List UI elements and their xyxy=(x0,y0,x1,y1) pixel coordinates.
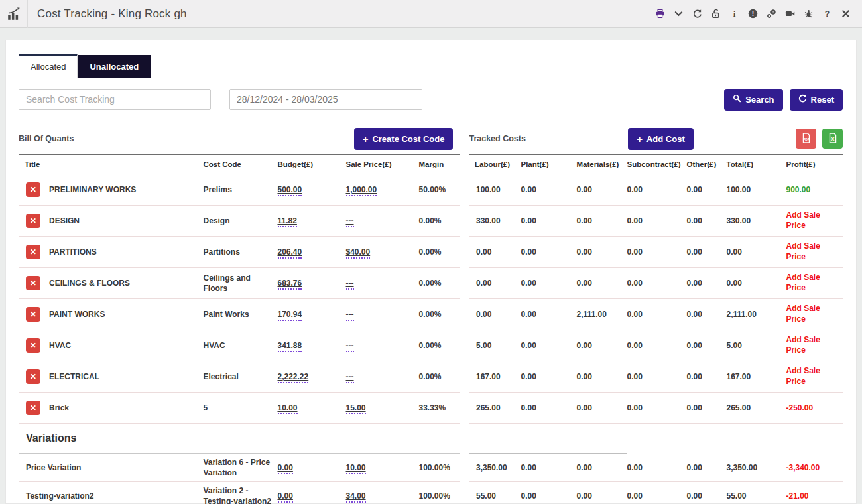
app-header: Cost Tracking - King Rock gh i!? xyxy=(0,0,862,28)
cost-code-cell: 5 xyxy=(204,393,278,424)
tables-area: TitleCost CodeBudget(£)Sale Price(£)Marg… xyxy=(19,154,843,504)
filter-row: Search Reset xyxy=(19,89,843,110)
tab-unallocated[interactable]: Unallocated xyxy=(78,55,151,78)
print-icon[interactable] xyxy=(654,8,666,19)
cost-value-cell: 3,350.00 xyxy=(469,454,521,482)
boq-row: ✕HVACHVAC341.88---0.00% xyxy=(19,330,460,361)
delete-cost-code-button[interactable]: ✕ xyxy=(26,276,40,290)
title-cell: ✕PARTITIONS xyxy=(19,237,204,268)
cost-value-cell: 0.00 xyxy=(627,482,687,504)
profit-cell: Add Sale Price xyxy=(786,361,843,393)
profit-cell: 900.00 xyxy=(786,185,811,194)
tab-allocated[interactable]: Allocated xyxy=(19,54,78,78)
add-sale-price-link[interactable]: Add Sale Price xyxy=(786,335,831,355)
svg-text:X: X xyxy=(831,136,834,142)
cost-value-cell: 0.00 xyxy=(627,454,687,482)
delete-cost-code-button[interactable]: ✕ xyxy=(26,401,40,415)
margin-cell: 0.00% xyxy=(419,299,460,330)
budget-editable[interactable]: 170.94 xyxy=(278,310,302,321)
bug-icon[interactable] xyxy=(803,8,814,19)
reset-button[interactable]: Reset xyxy=(790,89,843,111)
search-input[interactable] xyxy=(19,89,211,110)
sale-price-editable[interactable]: 34.00 xyxy=(346,491,366,503)
column-header: Labour(£) xyxy=(469,155,521,174)
cost-value-cell: 0.00 xyxy=(577,174,627,206)
cost-value-cell: 0.00 xyxy=(521,393,577,424)
add-sale-price-link[interactable]: Add Sale Price xyxy=(786,304,831,324)
add-sale-price-link[interactable]: Add Sale Price xyxy=(786,366,831,387)
budget-editable[interactable]: 0.00 xyxy=(278,463,293,474)
chevron-down-icon[interactable] xyxy=(673,8,684,19)
cost-value-cell: 0.00 xyxy=(687,393,727,424)
budget-cell: 10.00 xyxy=(278,393,346,424)
title-cell: Testing-variation2 xyxy=(19,482,204,504)
header-toolbar: i!? xyxy=(654,8,862,19)
budget-cell: 683.76 xyxy=(278,268,346,299)
title-cell: ✕PAINT WORKS xyxy=(19,299,204,330)
budget-editable[interactable]: 500.00 xyxy=(278,185,302,196)
boq-row: ✕PAINT WORKSPaint Works170.94---0.00% xyxy=(19,299,460,330)
sale-price-editable[interactable]: $40.00 xyxy=(346,247,371,259)
delete-cost-code-button[interactable]: ✕ xyxy=(26,245,40,259)
budget-editable[interactable]: 683.76 xyxy=(278,279,302,290)
column-header: Total(£) xyxy=(727,155,786,174)
cost-value-cell: 5.00 xyxy=(469,330,521,361)
sale-price-editable[interactable]: 1,000.00 xyxy=(346,185,377,196)
export-excel-button[interactable]: X xyxy=(822,129,843,149)
delete-cost-code-button[interactable]: ✕ xyxy=(26,214,40,228)
sale-price-cell: $40.00 xyxy=(346,237,419,268)
cost-value-cell: 0.00 xyxy=(521,361,577,393)
sale-price-editable[interactable]: --- xyxy=(346,310,354,321)
unlock-icon[interactable] xyxy=(710,8,721,19)
boq-row: ✕DESIGNDesign11.82---0.00% xyxy=(19,206,460,237)
sale-price-editable[interactable]: --- xyxy=(346,341,354,352)
profit-cell: -3,340.00 xyxy=(786,454,843,482)
profit-cell: 900.00 xyxy=(786,174,843,206)
sale-price-cell: --- xyxy=(346,268,419,299)
refresh-icon[interactable] xyxy=(692,8,703,19)
delete-cost-code-button[interactable]: ✕ xyxy=(26,182,40,197)
delete-cost-code-button[interactable]: ✕ xyxy=(26,307,40,322)
add-sale-price-link[interactable]: Add Sale Price xyxy=(786,273,831,293)
budget-editable[interactable]: 11.82 xyxy=(278,216,297,227)
create-cost-code-button[interactable]: + Create Cost Code xyxy=(354,128,454,150)
cost-value-cell: 0.00 xyxy=(687,237,727,268)
cost-value-cell: 0.00 xyxy=(687,174,727,206)
delete-cost-code-button[interactable]: ✕ xyxy=(26,369,40,384)
delete-cost-code-button[interactable]: ✕ xyxy=(26,338,40,353)
cost-value-cell: 0.00 xyxy=(727,268,786,299)
cost-value-cell: 2,111.00 xyxy=(727,299,786,330)
video-icon[interactable] xyxy=(784,8,796,19)
budget-editable[interactable]: 341.88 xyxy=(278,341,302,352)
budget-editable[interactable]: 10.00 xyxy=(278,403,298,414)
export-pdf-button[interactable]: PDF xyxy=(796,129,816,149)
svg-text:!: ! xyxy=(752,10,754,17)
alert-icon[interactable]: ! xyxy=(747,8,759,19)
sale-price-editable[interactable]: 15.00 xyxy=(346,403,366,414)
sale-price-editable[interactable]: --- xyxy=(346,372,354,383)
help-icon[interactable]: ? xyxy=(822,8,833,19)
info-icon[interactable]: i xyxy=(729,8,740,19)
budget-editable[interactable]: 206.40 xyxy=(278,247,302,259)
budget-editable[interactable]: 2,222.22 xyxy=(278,372,309,383)
add-sale-price-link[interactable]: Add Sale Price xyxy=(786,241,831,262)
cost-value-cell: 330.00 xyxy=(469,206,521,237)
sale-price-editable[interactable]: --- xyxy=(346,279,354,290)
cost-code-title: PAINT WORKS xyxy=(49,310,105,319)
tracked-cost-row: 167.000.000.000.000.00167.00Add Sale Pri… xyxy=(469,361,843,393)
cost-value-cell: 0.00 xyxy=(687,361,727,393)
add-sale-price-link[interactable]: Add Sale Price xyxy=(786,210,831,231)
sale-price-editable[interactable]: 10.00 xyxy=(346,463,366,474)
title-cell: ✕CEILINGS & FLOORS xyxy=(19,268,204,299)
sale-price-editable[interactable]: --- xyxy=(346,216,354,227)
settings-icon[interactable] xyxy=(766,8,777,19)
search-button[interactable]: Search xyxy=(724,89,782,111)
budget-editable[interactable]: 0.00 xyxy=(278,491,293,503)
tracked-cost-row: 265.000.000.000.000.00265.00-250.00 xyxy=(469,393,843,424)
pdf-file-icon: PDF xyxy=(801,133,812,145)
add-cost-button[interactable]: + Add Cost xyxy=(628,128,694,150)
cost-value-cell: 0.00 xyxy=(521,299,577,330)
cost-code-title: Brick xyxy=(49,403,69,412)
close-icon[interactable] xyxy=(840,8,851,19)
date-range-input[interactable] xyxy=(229,89,422,110)
